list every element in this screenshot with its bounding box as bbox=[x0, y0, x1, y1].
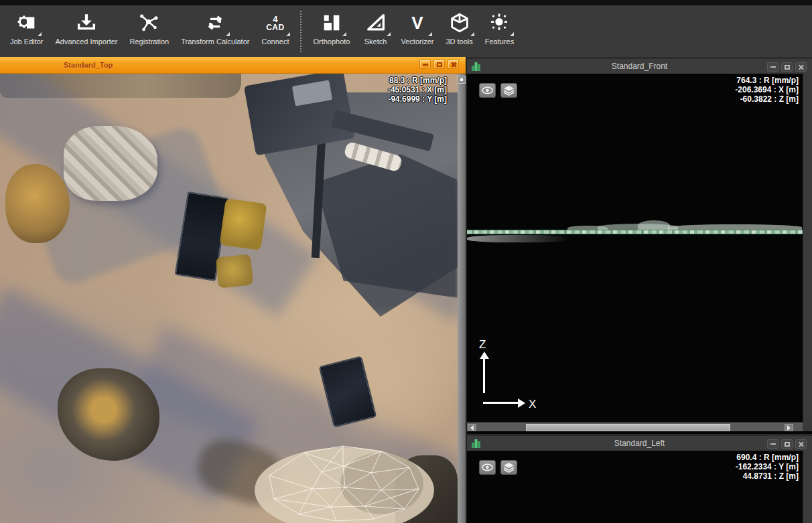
scroll-left-button[interactable] bbox=[468, 424, 476, 431]
pointcloud-bump bbox=[638, 220, 670, 230]
orthophoto-viewport[interactable]: 88.3 : R [mm/p] -45.0531 : X [m] -94.699… bbox=[0, 74, 458, 523]
visibility-button[interactable] bbox=[479, 83, 496, 98]
photo-rubble-bottom-left bbox=[58, 368, 159, 461]
dropdown-caret-icon bbox=[470, 32, 474, 36]
standard-left-titlebar[interactable]: Standard_Left bbox=[467, 434, 812, 451]
coord-line: -60.3822 : Z [m] bbox=[735, 94, 799, 104]
toolbar-button-vectorizer[interactable]: V Vectorizer bbox=[395, 9, 440, 46]
toolbar-button-job-editor[interactable]: Job Editor bbox=[4, 9, 50, 46]
dropdown-caret-icon bbox=[342, 32, 346, 36]
left-view-viewport[interactable]: 690.4 : R [mm/p] -162.2334 : Y [m] 44.87… bbox=[467, 451, 804, 523]
registration-network-icon bbox=[136, 9, 163, 36]
dropdown-caret-icon bbox=[38, 32, 42, 36]
toolbar-button-registration[interactable]: Registration bbox=[123, 9, 175, 46]
right-panel-strip[interactable] bbox=[803, 451, 812, 523]
minimize-icon bbox=[770, 66, 776, 68]
minimize-button[interactable] bbox=[419, 60, 431, 69]
cad-connect-icon: 4CAD bbox=[262, 9, 289, 36]
toolbar-button-features[interactable]: Features bbox=[479, 9, 520, 46]
maximize-button[interactable] bbox=[433, 60, 445, 69]
toolbar-label: Job Editor bbox=[10, 38, 44, 46]
minimize-button[interactable] bbox=[767, 439, 779, 449]
visibility-button[interactable] bbox=[479, 460, 496, 475]
coord-line: -162.2334 : Y [m] bbox=[736, 462, 799, 471]
eye-icon bbox=[482, 463, 493, 471]
coord-line: 88.3 : R [mm/p] bbox=[388, 76, 447, 85]
standard-top-titlebar[interactable]: Standard_Top bbox=[0, 57, 466, 74]
eye-icon bbox=[482, 86, 493, 94]
window-controls bbox=[767, 62, 807, 72]
coord-line: -45.0531 : X [m] bbox=[388, 85, 447, 94]
toolbar-button-transform-calculator[interactable]: Transform Calculator bbox=[175, 9, 255, 46]
horizontal-scrollbar[interactable] bbox=[467, 423, 804, 431]
toolbar-label: Connect bbox=[261, 38, 289, 46]
toolbar-button-advanced-importer[interactable]: Advanced Importer bbox=[50, 9, 124, 46]
toolbar-label: Advanced Importer bbox=[56, 38, 118, 46]
toolbar-label: Orthophoto bbox=[313, 38, 350, 46]
job-editor-icon bbox=[13, 9, 40, 36]
toolbar-button-orthophoto[interactable]: Orthophoto bbox=[307, 9, 356, 46]
coord-line: 44.8731 : Z [m] bbox=[736, 471, 799, 481]
front-view-viewport[interactable]: 764.3 : R [mm/p] -206.3694 : X [m] -60.3… bbox=[467, 74, 804, 423]
coord-line: 690.4 : R [mm/p] bbox=[736, 453, 799, 462]
minimize-button[interactable] bbox=[767, 62, 779, 72]
dot-icon bbox=[460, 78, 463, 81]
close-button[interactable] bbox=[448, 60, 459, 69]
cad-icon-text: CAD bbox=[266, 23, 285, 31]
cad-icon-number: 4 bbox=[273, 15, 277, 23]
window-title: Standard_Top bbox=[64, 61, 113, 69]
close-icon bbox=[450, 62, 456, 68]
toolbar-button-3d-tools[interactable]: 3D tools bbox=[439, 9, 478, 46]
sketch-triangle-icon bbox=[362, 9, 389, 36]
dropdown-caret-icon bbox=[428, 32, 432, 36]
photo-excavator-yellow bbox=[216, 254, 254, 288]
import-download-icon bbox=[73, 9, 100, 36]
maximize-button[interactable] bbox=[781, 439, 793, 449]
arrow-right-icon bbox=[787, 425, 791, 431]
minimize-icon bbox=[770, 443, 776, 445]
dropdown-caret-icon bbox=[387, 32, 391, 36]
main-toolbar: Job Editor Advanced Importer Registratio… bbox=[0, 5, 812, 57]
layers-icon bbox=[503, 462, 515, 473]
maximize-icon bbox=[785, 442, 790, 447]
scroll-right-button[interactable] bbox=[785, 424, 793, 431]
transform-loop-icon bbox=[202, 9, 228, 36]
window-title: Standard_Left bbox=[467, 439, 812, 448]
geodesic-dome-wireframe bbox=[243, 442, 445, 523]
coord-line: -206.3694 : X [m] bbox=[735, 85, 799, 94]
vectorizer-v-icon: V bbox=[404, 9, 431, 36]
layers-button[interactable] bbox=[500, 83, 517, 98]
right-side-strip[interactable] bbox=[458, 74, 466, 523]
window-controls bbox=[767, 439, 807, 449]
axis-line-horizontal bbox=[483, 402, 519, 404]
coord-line: 764.3 : R [mm/p] bbox=[735, 76, 799, 85]
minimize-icon bbox=[423, 64, 428, 66]
cursor-coordinates-overlay: 690.4 : R [mm/p] -162.2334 : Y [m] 44.87… bbox=[736, 453, 799, 481]
axis-label-horizontal: X bbox=[529, 398, 536, 411]
scrollbar-thumb[interactable] bbox=[526, 424, 730, 431]
maximize-button[interactable] bbox=[781, 62, 793, 72]
dropdown-caret-icon bbox=[286, 32, 290, 36]
cursor-coordinates-overlay: 764.3 : R [mm/p] -206.3694 : X [m] -60.3… bbox=[735, 76, 799, 104]
toolbar-button-sketch[interactable]: Sketch bbox=[356, 9, 395, 46]
cursor-coordinates-overlay: 88.3 : R [mm/p] -45.0531 : X [m] -94.699… bbox=[388, 76, 447, 104]
close-button[interactable] bbox=[795, 62, 807, 72]
toolbar-label: Registration bbox=[129, 38, 169, 46]
standard-front-titlebar[interactable]: Standard_Front bbox=[467, 57, 812, 74]
toolbar-button-connect[interactable]: 4CAD Connect bbox=[255, 9, 295, 46]
close-button[interactable] bbox=[795, 439, 807, 449]
photo-ochre-pile bbox=[5, 164, 70, 243]
layers-button[interactable] bbox=[500, 460, 517, 475]
maximize-icon bbox=[785, 65, 790, 70]
dropdown-caret-icon bbox=[510, 32, 514, 36]
close-icon bbox=[798, 64, 804, 70]
top-black-strip bbox=[0, 0, 812, 5]
window-standard-top: Standard_Top bbox=[0, 57, 466, 523]
view-toolbar bbox=[479, 83, 517, 98]
window-title: Standard_Front bbox=[467, 62, 812, 71]
axis-indicator: Z X bbox=[478, 348, 538, 408]
right-panel-strip[interactable] bbox=[803, 74, 812, 423]
photo-wet-patch bbox=[315, 154, 458, 298]
viewport-corner-button[interactable] bbox=[458, 76, 466, 84]
layers-icon bbox=[503, 85, 515, 96]
